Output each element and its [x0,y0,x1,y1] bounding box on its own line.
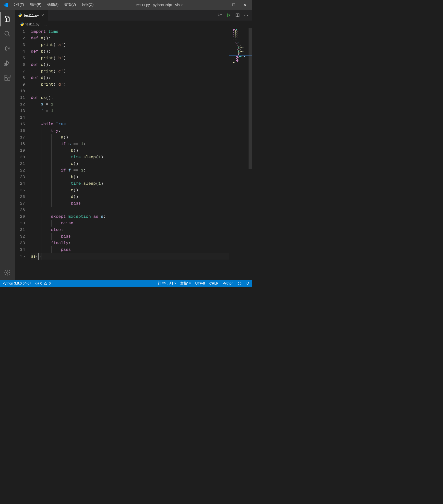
line-number[interactable]: 6 [15,61,25,68]
code-line[interactable]: import time [31,28,252,35]
code-line[interactable] [31,207,252,213]
menu-view[interactable]: 查看(V) [62,1,78,8]
status-problems[interactable]: 0 0 [35,281,51,285]
debug-icon[interactable] [0,56,15,71]
code-line[interactable]: pass [31,246,252,253]
code-line[interactable] [31,88,252,94]
status-python-version[interactable]: Python 3.8.0 64-bit [2,281,31,285]
code-line[interactable]: d() [31,194,252,200]
extensions-icon[interactable] [0,71,15,85]
line-number[interactable]: 16 [15,127,25,134]
code-content[interactable]: import timedef a(): print('a')def b(): p… [31,28,252,280]
line-number[interactable]: 8 [15,75,25,81]
code-line[interactable]: print('b') [31,55,252,61]
line-number[interactable]: 1 [15,28,25,35]
minimap[interactable] [229,28,252,280]
line-number[interactable]: 26 [15,194,25,200]
maximize-button[interactable] [228,0,239,10]
line-number[interactable]: 31 [15,227,25,233]
line-number[interactable]: 35 [15,253,25,260]
source-control-icon[interactable] [0,41,15,56]
menu-overflow[interactable]: ··· [97,1,106,8]
line-number[interactable]: 30 [15,220,25,227]
code-line[interactable]: def c(): [31,61,252,68]
line-number[interactable]: 32 [15,233,25,240]
code-line[interactable]: c() [31,187,252,194]
code-line[interactable]: b() [31,174,252,180]
menu-selection[interactable]: 选择(S) [45,1,61,8]
breadcrumbs[interactable]: test11.py › ... [15,20,252,28]
line-number[interactable]: 27 [15,200,25,207]
line-number[interactable]: 22 [15,167,25,174]
line-number[interactable]: 29 [15,213,25,220]
search-icon[interactable] [0,26,15,41]
code-line[interactable]: else: [31,227,252,233]
explorer-icon[interactable] [0,12,15,26]
status-encoding[interactable]: UTF-8 [195,281,205,285]
line-number[interactable]: 23 [15,174,25,180]
split-editor-icon[interactable] [235,13,240,17]
line-number[interactable]: 5 [15,55,25,61]
code-line[interactable]: def ss(): [31,94,252,101]
line-number[interactable]: 13 [15,108,25,114]
editor-body[interactable]: 1234567891011121314151617181920212223242… [15,28,252,280]
line-number[interactable]: 25 [15,187,25,194]
status-language[interactable]: Python [223,281,233,285]
menu-file[interactable]: 文件(F) [10,1,26,8]
line-number[interactable]: 3 [15,42,25,48]
line-number[interactable]: 14 [15,114,25,121]
code-line[interactable]: finally: [31,240,252,246]
line-number[interactable]: 24 [15,180,25,187]
code-line[interactable]: print('c') [31,68,252,75]
line-number[interactable]: 28 [15,207,25,213]
code-line[interactable]: ss() [31,253,252,260]
line-number[interactable]: 20 [15,154,25,161]
status-feedback-icon[interactable] [238,282,241,285]
line-number[interactable]: 2 [15,35,25,42]
line-gutter[interactable]: 1234567891011121314151617181920212223242… [15,28,31,280]
scrollbar-thumb[interactable] [249,28,252,169]
code-line[interactable]: b() [31,147,252,154]
line-number[interactable]: 7 [15,68,25,75]
line-number[interactable]: 33 [15,240,25,246]
code-line[interactable]: while True: [31,121,252,127]
status-bell-icon[interactable] [246,282,250,285]
run-icon[interactable] [227,13,231,17]
line-number[interactable]: 17 [15,134,25,141]
compare-changes-icon[interactable] [218,13,222,17]
code-line[interactable]: print('d') [31,81,252,88]
code-line[interactable]: time.sleep(1) [31,180,252,187]
code-line[interactable]: try: [31,127,252,134]
status-indent[interactable]: 空格: 4 [180,281,191,286]
code-line[interactable]: f = 1 [31,108,252,114]
menu-go[interactable]: 转到(G) [79,1,96,8]
tab-close-icon[interactable] [41,14,44,17]
line-number[interactable]: 4 [15,48,25,55]
line-number[interactable]: 11 [15,94,25,101]
tab-test11[interactable]: test11.py [15,10,48,20]
line-number[interactable]: 21 [15,161,25,167]
code-line[interactable]: def d(): [31,75,252,81]
code-line[interactable]: if s == 1: [31,141,252,147]
code-line[interactable]: if f == 3: [31,167,252,174]
settings-gear-icon[interactable] [0,265,15,280]
code-line[interactable]: pass [31,200,252,207]
close-button[interactable] [239,0,250,10]
status-cursor-pos[interactable]: 行 35，列 5 [158,281,175,286]
menu-edit[interactable]: 编辑(E) [27,1,44,8]
line-number[interactable]: 9 [15,81,25,88]
code-line[interactable]: time.sleep(1) [31,154,252,161]
line-number[interactable]: 18 [15,141,25,147]
code-line[interactable] [31,114,252,121]
code-line[interactable]: a() [31,134,252,141]
code-line[interactable]: def a(): [31,35,252,42]
code-line[interactable]: print('a') [31,42,252,48]
line-number[interactable]: 19 [15,147,25,154]
code-line[interactable]: c() [31,161,252,167]
code-line[interactable]: s = 1 [31,101,252,108]
line-number[interactable]: 34 [15,246,25,253]
line-number[interactable]: 10 [15,88,25,94]
status-eol[interactable]: CRLF [209,281,218,285]
code-line[interactable]: except Exception as e: [31,213,252,220]
code-line[interactable]: def b(): [31,48,252,55]
